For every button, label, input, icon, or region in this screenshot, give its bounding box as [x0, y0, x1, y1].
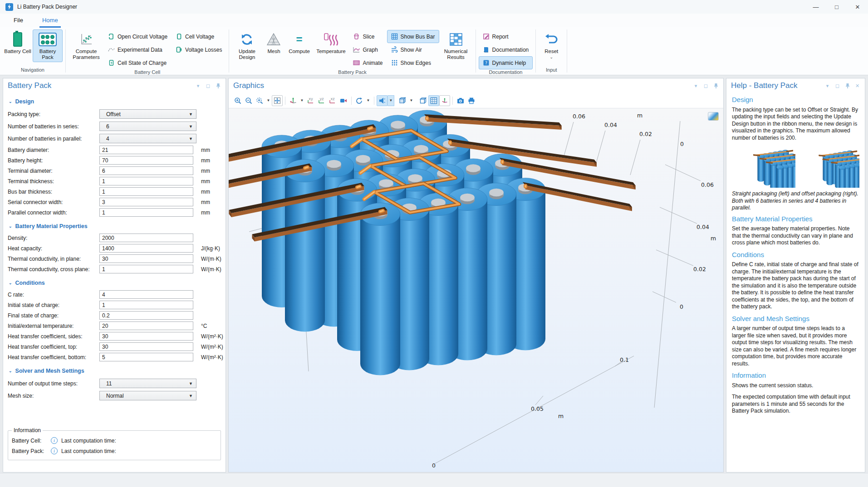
voltage-losses-button[interactable]: Voltage Losses	[172, 43, 226, 56]
heat-capacity-input[interactable]: 1400	[99, 244, 193, 253]
scene-light-icon[interactable]	[377, 95, 387, 106]
section-solver-mesh[interactable]: ⌄Solver and Mesh Settings	[9, 368, 221, 374]
zoom-box-caret-icon[interactable]: ▼	[265, 95, 272, 106]
view-yz-icon[interactable]: yz	[316, 95, 327, 106]
density-input[interactable]: 2000	[99, 234, 193, 242]
dynamic-help-button[interactable]: ? Dynamic Help	[479, 56, 533, 69]
view-xy-icon[interactable]: xy	[305, 95, 316, 106]
zoom-box-icon[interactable]	[254, 95, 265, 106]
graphics-canvas[interactable]: 0.06 0.04 0.02 0 m 0.06 0.04 m 0.02 0 0.…	[229, 108, 723, 472]
rotate-icon[interactable]	[354, 95, 365, 106]
default-3d-view-icon[interactable]	[288, 95, 299, 106]
parallel-connector-width-input[interactable]: 1	[99, 208, 193, 217]
battery-pack-button[interactable]: Battery Pack	[33, 29, 63, 62]
graphics-panel: Graphics ▾ ◻ ▼ ▼ xy yz xz	[228, 78, 724, 472]
final-soc-input[interactable]: 0.2	[99, 311, 193, 320]
reset-button[interactable]: Reset ⌄	[539, 29, 564, 62]
panel-float-icon[interactable]: ◻	[834, 83, 840, 89]
battery-cell-button[interactable]: Battery Cell	[3, 29, 33, 56]
report-button[interactable]: Report	[479, 30, 533, 43]
mesh-button[interactable]: Mesh	[262, 29, 285, 56]
snapshot-icon[interactable]	[455, 95, 466, 106]
straight-pack-image	[732, 146, 795, 188]
num-parallel-select[interactable]: 4▼	[99, 134, 196, 143]
zoom-extents-icon[interactable]	[272, 95, 283, 106]
panel-pin-icon[interactable]	[844, 83, 850, 89]
initial-soc-input[interactable]: 1	[99, 301, 193, 309]
packing-type-select[interactable]: Offset▼	[99, 109, 196, 119]
scene-orientation-icon[interactable]	[708, 112, 719, 121]
help-panel: Help - Battery Pack ▾ ◻ ✕ Design The pac…	[726, 78, 865, 472]
terminal-diameter-input[interactable]: 6	[99, 166, 193, 175]
serial-connector-width-input[interactable]: 3	[99, 198, 193, 206]
panel-pin-icon[interactable]	[713, 83, 719, 89]
section-conditions[interactable]: ⌄Conditions	[9, 280, 221, 286]
show-axes-icon[interactable]	[439, 95, 450, 106]
open-circuit-voltage-button[interactable]: Open Circuit Voltage	[104, 30, 172, 43]
slice-button[interactable]: Slice	[349, 30, 387, 43]
zoom-out-icon[interactable]	[243, 95, 254, 106]
scene-light-caret-icon[interactable]: ▼	[387, 95, 394, 106]
orthographic-icon[interactable]	[417, 95, 428, 106]
numerical-results-button[interactable]: Numerical Results	[439, 29, 473, 62]
rotate-caret-icon[interactable]: ▼	[365, 95, 372, 106]
thermal-conductivity-cross-plane-input[interactable]: 1	[99, 265, 193, 273]
animate-button[interactable]: Animate	[349, 56, 387, 69]
settings-panel: Battery Pack ▾ ◻ ⌄Design Packing type:Of…	[3, 78, 226, 472]
documentation-button[interactable]: Documentation	[479, 43, 533, 56]
panel-float-icon[interactable]: ◻	[703, 83, 709, 89]
num-series-select[interactable]: 6▼	[99, 122, 196, 131]
panel-float-icon[interactable]: ◻	[205, 83, 211, 89]
minimize-icon[interactable]: —	[805, 0, 826, 14]
panel-menu-icon[interactable]: ▾	[195, 83, 201, 89]
htc-top-input[interactable]: 30	[99, 342, 193, 351]
battery-pack-icon	[39, 31, 57, 48]
c-rate-input[interactable]: 4	[99, 290, 193, 299]
compute-parameters-button[interactable]: Compute Parameters	[69, 29, 104, 62]
print-icon[interactable]	[466, 95, 477, 106]
show-air-button[interactable]: Show Air	[387, 43, 439, 56]
mesh-size-select[interactable]: Normal▼	[99, 391, 196, 400]
panel-menu-icon[interactable]: ▾	[824, 83, 830, 89]
battery-diameter-input[interactable]: 21	[99, 146, 193, 154]
maximize-icon[interactable]: □	[826, 0, 847, 14]
zoom-in-icon[interactable]	[232, 95, 243, 106]
experimental-data-button[interactable]: Experimental Data	[104, 43, 172, 56]
graph-button[interactable]: Graph	[349, 43, 387, 56]
menu-home[interactable]: Home	[39, 14, 61, 28]
camera-view-icon[interactable]	[338, 95, 349, 106]
environment-caret-icon[interactable]: ▼	[408, 95, 415, 106]
show-edges-button[interactable]: Show Edges	[387, 56, 439, 69]
cell-state-of-charge-button[interactable]: Cell State of Charge	[104, 56, 172, 69]
show-bus-bar-button[interactable]: Show Bus Bar	[387, 30, 439, 43]
battery-pack-model	[229, 110, 636, 375]
grid-icon[interactable]	[428, 95, 439, 106]
help-figure	[732, 146, 859, 188]
panel-menu-icon[interactable]: ▾	[693, 83, 699, 89]
cell-voltage-button[interactable]: Cell Voltage	[172, 30, 226, 43]
htc-bottom-input[interactable]: 5	[99, 353, 193, 361]
panel-pin-icon[interactable]	[215, 83, 221, 89]
section-design[interactable]: ⌄Design	[9, 98, 221, 105]
compute-button[interactable]: = Compute	[285, 29, 313, 56]
temperature-button[interactable]: Temperature	[313, 29, 349, 56]
update-design-button[interactable]: Update Design	[232, 29, 262, 62]
help-material-text: Set the average battery material propert…	[732, 225, 859, 247]
close-icon[interactable]: ✕	[847, 0, 868, 14]
panel-close-icon[interactable]: ✕	[854, 83, 860, 89]
section-battery-material[interactable]: ⌄Battery Material Properties	[9, 223, 221, 229]
battery-height-input[interactable]: 70	[99, 156, 193, 165]
app-icon	[5, 3, 13, 11]
bus-bar-thickness-input[interactable]: 1	[99, 187, 193, 196]
default-3d-view-caret-icon[interactable]: ▼	[299, 95, 305, 106]
reset-caret-icon[interactable]: ⌄	[549, 54, 553, 60]
htc-sides-input[interactable]: 30	[99, 332, 193, 341]
view-xz-icon[interactable]: xz	[327, 95, 338, 106]
menu-file[interactable]: File	[11, 14, 26, 28]
output-time-steps-select[interactable]: 11▼	[99, 379, 196, 388]
terminal-thickness-input[interactable]: 1	[99, 177, 193, 185]
initial-temperature-input[interactable]: 20	[99, 321, 193, 330]
environment-icon[interactable]	[397, 95, 408, 106]
thermal-conductivity-in-plane-input[interactable]: 30	[99, 254, 193, 263]
info-icon: i	[51, 448, 58, 454]
